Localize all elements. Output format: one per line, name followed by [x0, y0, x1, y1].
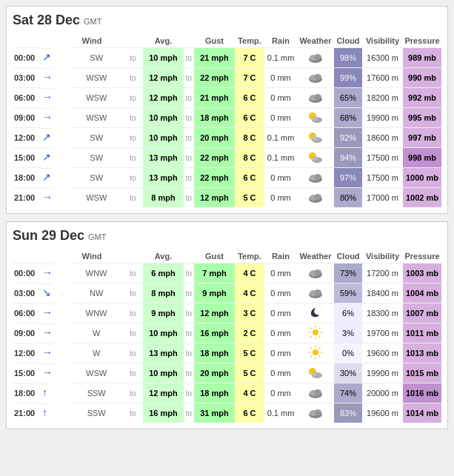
- temperature: 6 C: [235, 403, 264, 423]
- table-row: 03:00 → WSW to 12 mph to 22 mph 7 C 0 mm…: [13, 68, 441, 88]
- wind-direction: W: [70, 343, 123, 363]
- wind-avg: 6 mph: [143, 264, 184, 284]
- wind-avg: 16 mph: [143, 403, 184, 423]
- svg-point-14: [312, 136, 318, 141]
- weather-section-sun: Sun 29 Dec GMT Wind Avg. Gust Temp. Rain…: [6, 221, 448, 429]
- pressure: 997 mb: [403, 128, 441, 148]
- svg-point-50: [312, 372, 318, 376]
- to-label: to: [123, 403, 143, 423]
- svg-line-44: [311, 348, 313, 349]
- pressure: 1016 mb: [403, 383, 441, 403]
- time-cell: 03:00: [13, 284, 41, 304]
- weather-icon-cell: [297, 343, 334, 363]
- pressure: 990 mb: [403, 68, 441, 88]
- temperature: 6 C: [235, 88, 264, 108]
- svg-point-53: [314, 389, 321, 395]
- weather-icon-cell: [297, 363, 334, 383]
- col-header-rain: Rain: [264, 249, 297, 264]
- pressure: 1014 mb: [403, 403, 441, 423]
- wind-direction: WSW: [70, 88, 123, 108]
- weather-icon-cell: [297, 188, 334, 208]
- visibility: 19900 m: [362, 363, 403, 383]
- wind-avg: 12 mph: [143, 68, 184, 88]
- weather-icon-cell: [297, 383, 334, 403]
- pressure: 1004 mb: [403, 284, 441, 304]
- svg-point-23: [314, 194, 321, 200]
- weather-icon-cell: [297, 128, 334, 148]
- table-row: 00:00 ↗ SW to 10 mph to 21 mph 7 C 0.1 m…: [13, 48, 441, 68]
- temperature: 4 C: [235, 383, 264, 403]
- to-label: to: [123, 343, 143, 363]
- pressure: 995 mb: [403, 108, 441, 128]
- wind-avg: 10 mph: [143, 48, 184, 68]
- rain: 0 mm: [264, 284, 297, 304]
- rain: 0 mm: [264, 363, 297, 383]
- weather-icon-cell: [297, 108, 334, 128]
- wind-direction: SSW: [70, 383, 123, 403]
- to-label2: to: [184, 188, 194, 208]
- wind-avg: 10 mph: [143, 324, 184, 343]
- wind-gust: 21 mph: [194, 48, 235, 68]
- svg-point-56: [314, 409, 321, 415]
- visibility: 18400 m: [362, 284, 403, 304]
- col-header-to2: [184, 34, 194, 48]
- time-cell: 15:00: [13, 363, 41, 383]
- col-header-wind: Wind: [41, 249, 143, 264]
- rain: 0.1 mm: [264, 148, 297, 168]
- table-row: 03:00 ↘ NW to 8 mph to 9 mph 4 C 0 mm 59…: [13, 284, 441, 304]
- time-cell: 12:00: [13, 343, 41, 363]
- col-header-wind: Wind: [41, 34, 143, 48]
- table-row: 18:00 ↗ SW to 13 mph to 22 mph 6 C 0 mm …: [13, 168, 441, 188]
- col-header-weather: Weather: [297, 34, 334, 48]
- temperature: 3 C: [235, 304, 264, 324]
- temperature: 7 C: [235, 68, 264, 88]
- time-cell: 00:00: [13, 264, 41, 284]
- col-header-temp: Temp.: [235, 249, 264, 264]
- cloud-cover: 74%: [334, 383, 362, 403]
- visibility: 19600 m: [362, 343, 403, 363]
- svg-line-45: [319, 356, 321, 358]
- weather-icon-cell: [297, 324, 334, 343]
- cloud-cover: 0%: [334, 343, 362, 363]
- cloud-cover: 30%: [334, 363, 362, 383]
- cloud-cover: 59%: [334, 284, 362, 304]
- svg-line-38: [311, 336, 313, 338]
- weather-icon-cell: [297, 304, 334, 324]
- table-row: 12:00 → W to 13 mph to 18 mph 5 C 0 mm 0…: [13, 343, 441, 363]
- wind-avg: 8 mph: [143, 188, 184, 208]
- to-label2: to: [184, 108, 194, 128]
- time-cell: 06:00: [13, 88, 41, 108]
- col-header-cloud: Cloud: [334, 34, 362, 48]
- to-label: to: [123, 363, 143, 383]
- svg-point-30: [313, 329, 318, 335]
- svg-line-47: [311, 356, 313, 358]
- to-label2: to: [184, 168, 194, 188]
- temperature: 4 C: [235, 284, 264, 304]
- cloud-cover: 98%: [334, 48, 362, 68]
- pressure: 989 mb: [403, 48, 441, 68]
- temperature: 2 C: [235, 324, 264, 343]
- to-label2: to: [184, 343, 194, 363]
- weather-icon-cell: [297, 264, 334, 284]
- time-cell: 09:00: [13, 324, 41, 343]
- wind-direction: WSW: [70, 108, 123, 128]
- wind-direction: SSW: [70, 403, 123, 423]
- temperature: 7 C: [235, 48, 264, 68]
- to-label: to: [123, 168, 143, 188]
- visibility: 18300 m: [362, 304, 403, 324]
- visibility: 16300 m: [362, 48, 403, 68]
- rain: 0 mm: [264, 108, 297, 128]
- rain: 0 mm: [264, 168, 297, 188]
- to-label: to: [123, 304, 143, 324]
- time-cell: 09:00: [13, 108, 41, 128]
- wind-avg: 10 mph: [143, 363, 184, 383]
- to-label2: to: [184, 128, 194, 148]
- svg-line-35: [311, 328, 313, 329]
- wind-direction: SW: [70, 48, 123, 68]
- col-header-gust: Gust: [194, 249, 235, 264]
- col-header-time: [13, 249, 41, 264]
- pressure: 1007 mb: [403, 304, 441, 324]
- svg-point-20: [314, 174, 321, 180]
- wind-gust: 7 mph: [194, 264, 235, 284]
- cloud-cover: 73%: [334, 264, 362, 284]
